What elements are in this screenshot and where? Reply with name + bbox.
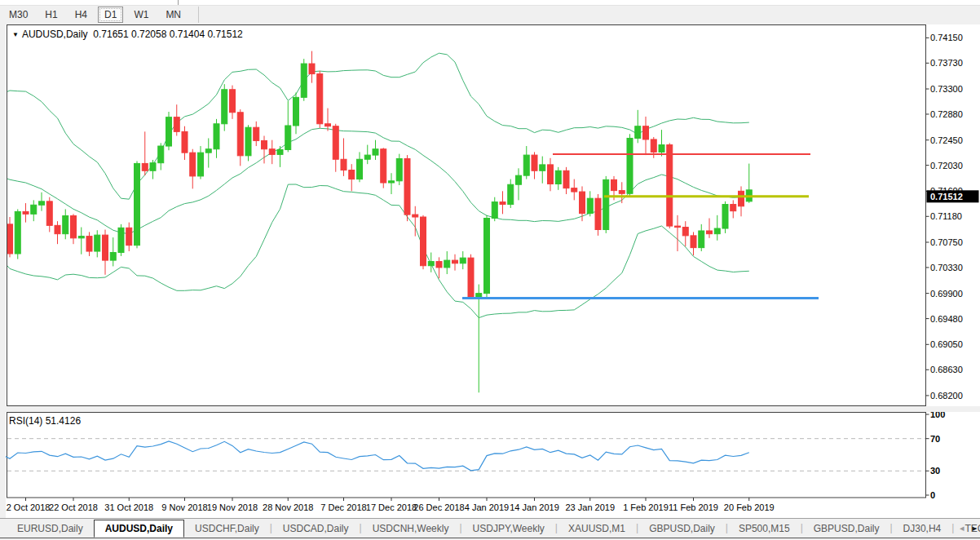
candle-body xyxy=(198,153,204,176)
candle-body xyxy=(707,231,713,234)
candle-body xyxy=(135,163,140,245)
candle-body xyxy=(63,216,68,234)
timeframe-button-m30[interactable]: M30 xyxy=(2,7,34,23)
chart-tab-usdchf-daily[interactable]: USDCHF,Daily xyxy=(184,520,270,538)
candle-body xyxy=(651,139,656,152)
date-tick-label[interactable]: 9 Nov 2018 xyxy=(161,502,207,512)
candle-body xyxy=(404,159,410,215)
candle-body xyxy=(682,228,688,236)
tab-scroll-right-icon[interactable]: ▸ xyxy=(972,523,977,533)
candle-body xyxy=(739,191,744,206)
candle-body xyxy=(452,260,458,263)
chart-area: 0.741500.737300.733000.728800.724500.720… xyxy=(6,24,980,518)
candle-body xyxy=(214,124,219,149)
candle-body xyxy=(294,97,299,126)
candle-body xyxy=(611,179,617,190)
candle-body xyxy=(222,90,227,124)
candle-body xyxy=(396,159,402,181)
date-tick-label[interactable]: 12 Oct 2018 xyxy=(6,502,50,512)
candle-body xyxy=(714,228,720,234)
chart-tab-audusd-daily[interactable]: AUDUSD,Daily xyxy=(94,520,184,538)
timeframe-button-mn[interactable]: MN xyxy=(159,7,188,23)
chart-tab-xauusd-m1[interactable]: XAUUSD,M1 xyxy=(558,520,636,538)
price-tick-label: 0.70330 xyxy=(930,263,963,272)
timeframe-button-w1[interactable]: W1 xyxy=(127,7,155,23)
date-tick-label[interactable]: 11 Feb 2019 xyxy=(669,502,718,512)
candle-body xyxy=(166,117,172,146)
chart-tab-gbpusd-daily[interactable]: GBPUSD,Daily xyxy=(638,520,726,538)
candle-body xyxy=(381,149,386,183)
chart-tab-usdcnh-weekly[interactable]: USDCNH,Weekly xyxy=(362,520,460,538)
candle-body xyxy=(421,217,426,266)
price-chart-pane[interactable]: 0.741500.737300.733000.728800.724500.720… xyxy=(6,24,980,406)
price-tick-label: 0.72880 xyxy=(930,109,963,119)
tab-scroll-controls: ◂ ▸ xyxy=(954,523,977,533)
rsi-indicator-pane[interactable]: 1007030012 Oct 201822 Oct 201831 Oct 201… xyxy=(6,412,980,518)
candle-body xyxy=(15,211,20,254)
candle-body xyxy=(126,228,132,245)
candle-body xyxy=(548,165,554,184)
chart-tab-usdcad-daily[interactable]: USDCAD,Daily xyxy=(272,520,360,538)
chart-tab-gbpusd-daily[interactable]: GBPUSD,Daily xyxy=(803,520,890,538)
candle-body xyxy=(373,149,378,155)
rsi-tick-label: 100 xyxy=(930,412,945,419)
chart-tab-usdjpy-weekly[interactable]: USDJPY,Weekly xyxy=(462,520,555,538)
timeframe-toolbar: M30H1H4D1W1MN xyxy=(0,6,980,24)
pane-divider[interactable] xyxy=(6,406,980,412)
tab-scroll-left-icon[interactable]: ◂ xyxy=(960,523,965,533)
date-tick-label[interactable]: 28 Nov 2018 xyxy=(263,502,313,512)
price-tick-label: 0.71180 xyxy=(930,211,962,221)
candle-body xyxy=(237,113,243,156)
price-tick-label: 0.72450 xyxy=(930,135,963,145)
candle-body xyxy=(285,126,291,149)
candle-body xyxy=(508,184,514,204)
date-tick-label[interactable]: 7 Dec 2018 xyxy=(320,502,366,512)
candle-body xyxy=(23,211,29,214)
date-tick-label[interactable]: 20 Feb 2019 xyxy=(724,502,775,512)
candle-body xyxy=(71,216,77,238)
candle-body xyxy=(46,201,52,225)
candle-body xyxy=(523,155,529,175)
candle-body xyxy=(95,235,100,251)
candle-body xyxy=(436,262,442,268)
chart-tab-dj30-h4[interactable]: DJ30,H4 xyxy=(893,520,952,538)
price-tick-label: 0.73730 xyxy=(930,58,963,68)
chart-ohlc-values: 0.71651 0.72058 0.71404 0.71512 xyxy=(93,29,243,40)
candle-body xyxy=(364,155,370,159)
timeframe-button-h1[interactable]: H1 xyxy=(38,7,64,23)
candle-body xyxy=(492,202,497,219)
candle-body xyxy=(325,124,331,126)
date-tick-label[interactable]: 26 Dec 2018 xyxy=(413,502,464,512)
chart-tab-sp500-m15[interactable]: SP500,M15 xyxy=(728,520,801,538)
date-tick-label[interactable]: 19 Nov 2018 xyxy=(207,502,258,512)
candle-body xyxy=(78,237,84,238)
candle-body xyxy=(619,191,625,194)
rsi-indicator-label: RSI(14) 51.4126 xyxy=(9,415,81,427)
date-tick-label[interactable]: 14 Jan 2019 xyxy=(510,502,559,512)
date-tick-label[interactable]: 17 Dec 2018 xyxy=(366,502,417,512)
candle-body xyxy=(182,131,188,153)
candle-body xyxy=(142,163,148,170)
chart-dropdown-icon[interactable]: ▼ xyxy=(12,31,19,38)
timeframe-button-d1[interactable]: D1 xyxy=(98,7,123,23)
candle-body xyxy=(603,179,609,229)
candle-body xyxy=(691,236,696,248)
date-tick-label[interactable]: 23 Jan 2019 xyxy=(565,502,615,512)
candle-body xyxy=(428,262,434,266)
candle-body xyxy=(532,155,537,170)
candle-body xyxy=(357,159,363,179)
candle-body xyxy=(110,253,116,261)
rsi-tick-label: 70 xyxy=(930,434,940,444)
price-pane-border xyxy=(7,25,926,406)
candle-body xyxy=(190,153,196,176)
date-tick-label[interactable]: 4 Jan 2019 xyxy=(465,502,509,512)
rsi-pane-border xyxy=(7,413,926,498)
date-tick-label[interactable]: 1 Feb 2019 xyxy=(623,502,669,512)
date-tick-label[interactable]: 31 Oct 2018 xyxy=(104,502,153,512)
candle-body xyxy=(174,117,179,132)
candle-body xyxy=(627,138,633,193)
date-tick-label[interactable]: 22 Oct 2018 xyxy=(49,502,98,512)
timeframe-button-h4[interactable]: H4 xyxy=(68,7,94,23)
chart-tab-eurusd-daily[interactable]: EURUSD,Daily xyxy=(7,520,94,538)
candle-body xyxy=(468,258,474,298)
